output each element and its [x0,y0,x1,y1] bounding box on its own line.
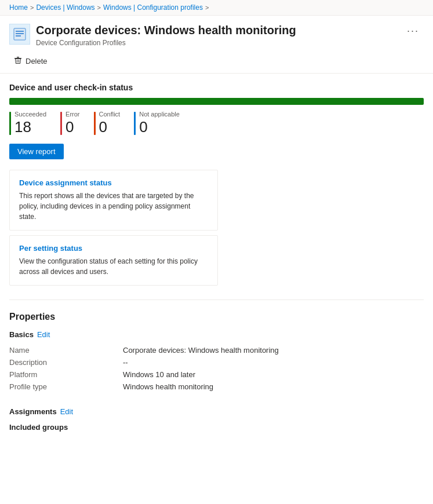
stat-not-applicable-indicator [134,112,136,135]
divider-properties [9,300,424,300]
prop-description-label: Description [9,358,114,367]
report-card-per-setting-title[interactable]: Per setting status [19,244,208,253]
stat-conflict-indicator [94,112,96,135]
checkin-status-title: Device and user check-in status [9,83,424,92]
stat-not-applicable: Not applicable 0 [134,111,180,136]
stat-conflict-label: Conflict [99,111,121,118]
breadcrumb: Home > Devices | Windows > Windows | Con… [0,0,433,16]
progress-bar-fill [9,98,424,105]
basics-label: Basics [9,330,34,339]
stat-succeeded-value: 18 [14,119,46,136]
stat-succeeded-content: Succeeded 18 [14,111,46,136]
breadcrumb-sep-1: > [30,4,34,11]
stat-succeeded-indicator [9,112,11,135]
properties-title: Properties [9,312,424,322]
basics-header: Basics Edit [9,330,424,339]
breadcrumb-devices-windows[interactable]: Devices | Windows [36,3,94,12]
prop-description-value: -- [123,358,424,367]
stat-error-indicator [60,112,62,135]
page-title-block: Corporate devices: Windows health monito… [36,23,296,47]
stat-succeeded-label: Succeeded [14,111,46,118]
delete-button[interactable]: Delete [9,54,52,68]
basics-properties: Name Corporate devices: Windows health m… [9,346,424,391]
svg-rect-5 [17,57,19,58]
page-icon [9,24,30,45]
prop-name-value: Corporate devices: Windows health monito… [123,346,424,355]
delete-label: Delete [26,57,48,65]
breadcrumb-home[interactable]: Home [9,3,28,12]
prop-profile-type-label: Profile type [9,382,114,391]
view-report-button[interactable]: View report [9,144,64,159]
report-cards: Device assignment status This report sho… [0,165,433,295]
properties-section: Properties Basics Edit Name Corporate de… [0,305,433,407]
delete-icon [14,56,22,66]
stat-error-value: 0 [66,119,79,136]
report-card-per-setting[interactable]: Per setting status View the configuratio… [9,235,218,286]
included-groups-header: Included groups [9,423,424,432]
page-header: Corporate devices: Windows health monito… [0,16,433,47]
stat-error-label: Error [66,111,79,118]
svg-rect-3 [16,35,21,36]
assignments-edit-link[interactable]: Edit [60,407,73,416]
report-card-device-assignment[interactable]: Device assignment status This report sho… [9,170,218,231]
page-title: Corporate devices: Windows health monito… [36,23,296,38]
stat-error: Error 0 [60,111,79,136]
page-subtitle: Device Configuration Profiles [36,39,296,47]
prop-platform-label: Platform [9,370,114,379]
svg-rect-2 [16,33,24,34]
stat-error-content: Error 0 [66,111,79,136]
toolbar: Delete [0,49,433,74]
stat-conflict-value: 0 [99,119,121,136]
stat-not-applicable-value: 0 [139,119,180,136]
stats-row: Succeeded 18 Error 0 Conflict 0 Not appl… [0,105,433,138]
stat-conflict: Conflict 0 [94,111,121,136]
prop-platform-value: Windows 10 and later [123,370,424,379]
assignments-section: Assignments Edit Included groups [0,407,433,448]
report-card-device-assignment-title[interactable]: Device assignment status [19,178,208,187]
assignments-header: Assignments Edit [9,407,424,416]
basics-edit-link[interactable]: Edit [37,330,50,339]
progress-bar-container [9,98,424,105]
breadcrumb-sep-3: > [205,4,209,11]
checkin-status-section: Device and user check-in status [0,74,433,92]
stat-conflict-content: Conflict 0 [99,111,121,136]
stat-not-applicable-label: Not applicable [139,111,180,118]
prop-profile-type-value: Windows health monitoring [123,382,424,391]
report-card-per-setting-desc: View the configuration status of each se… [19,256,208,277]
assignments-label: Assignments [9,407,57,416]
breadcrumb-config-profiles[interactable]: Windows | Configuration profiles [103,3,203,12]
stat-succeeded: Succeeded 18 [9,111,46,136]
more-options-icon[interactable]: ··· [402,23,424,39]
report-card-device-assignment-desc: This report shows all the devices that a… [19,191,208,222]
prop-name-label: Name [9,346,114,355]
breadcrumb-sep-2: > [97,4,101,11]
svg-rect-1 [16,31,24,32]
stat-not-applicable-content: Not applicable 0 [139,111,180,136]
included-groups-label: Included groups [9,423,68,432]
